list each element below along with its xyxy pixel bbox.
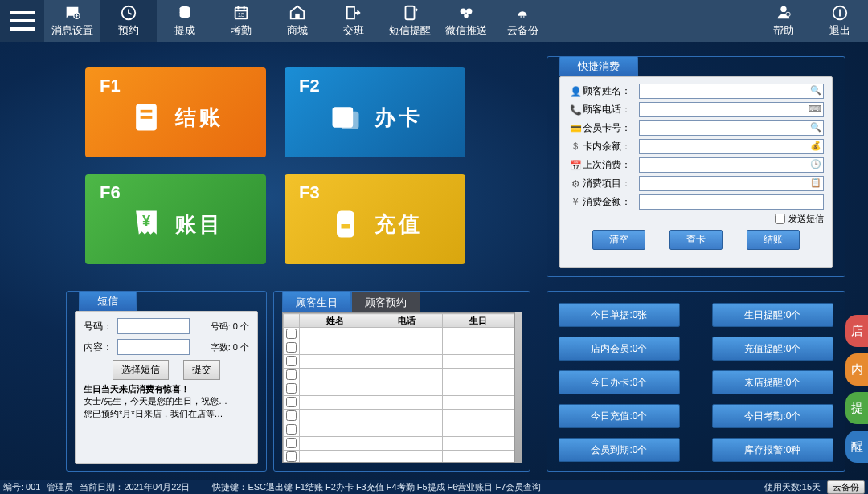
svg-rect-15 <box>140 110 152 113</box>
top-right-0[interactable]: 帮助 <box>755 0 812 42</box>
row-check[interactable] <box>286 410 297 421</box>
tile-checkout[interactable]: F1 结账 <box>85 67 266 157</box>
send-sms-checkbox[interactable] <box>775 214 785 224</box>
table-row[interactable] <box>284 437 514 451</box>
content-input[interactable] <box>117 339 190 355</box>
stat-btn-6[interactable]: 今日充值:0个 <box>559 404 680 428</box>
stat-btn-8[interactable]: 会员到期:0个 <box>559 438 680 462</box>
row-check[interactable] <box>286 438 297 448</box>
side-tab-0[interactable]: 店 <box>845 315 868 347</box>
svg-rect-6 <box>347 7 354 19</box>
stat-btn-4[interactable]: 今日办卡:0个 <box>559 370 680 394</box>
fkey-label: F6 <box>100 182 252 203</box>
tile-label: 充值 <box>375 210 423 239</box>
stat-btn-7[interactable]: 今日考勤:0个 <box>712 404 833 428</box>
field-input-6[interactable] <box>639 194 824 210</box>
quick-row-6: ￥消费金额： <box>568 194 824 210</box>
row-check[interactable] <box>286 397 297 407</box>
col-header: 姓名 <box>300 314 371 328</box>
tile-newcard[interactable]: F2 办卡 <box>285 67 465 157</box>
table-row[interactable] <box>284 451 514 463</box>
sms-tpl-1: 生日当天来店消费有惊喜！ <box>84 384 190 394</box>
tab-birthday[interactable]: 顾客生日 <box>282 292 351 313</box>
status-bar: 编号: 001 管理员 当前日期：2021年04月22日 快捷键：ESC退出键 … <box>0 480 868 494</box>
field-input-1[interactable] <box>639 102 824 117</box>
table-row[interactable] <box>284 396 514 410</box>
top-item-8[interactable]: 云备份 <box>494 0 551 42</box>
side-tab-1[interactable]: 内 <box>845 353 868 386</box>
row-check[interactable] <box>286 451 297 462</box>
col-header: 生日 <box>443 314 514 328</box>
suffix-icon[interactable]: 🔍 <box>810 85 821 96</box>
field-input-5[interactable] <box>639 176 824 191</box>
top-item-1[interactable]: 预约 <box>100 0 157 42</box>
top-item-6[interactable]: 短信提醒 <box>382 0 438 42</box>
table-row[interactable] <box>284 423 514 437</box>
table-panel: 顾客生日 顾客预约 姓名电话生日 <box>273 291 530 472</box>
recharge-icon <box>328 206 363 242</box>
tile-ledger[interactable]: F6 ¥ 账目 <box>85 174 266 264</box>
table-row[interactable] <box>284 355 514 369</box>
stat-btn-5[interactable]: 来店提醒:0个 <box>712 370 833 394</box>
top-item-4[interactable]: 商城 <box>269 0 326 42</box>
receipt-icon <box>129 100 164 135</box>
suffix-icon[interactable]: 🔍 <box>810 122 821 133</box>
suffix-icon[interactable]: ⌨ <box>809 104 821 114</box>
row-check[interactable] <box>286 383 297 394</box>
table-row[interactable] <box>284 382 514 396</box>
quick-row-1: 📞顾客电话：⌨ <box>568 102 824 117</box>
row-check[interactable] <box>286 356 297 366</box>
check-button[interactable]: 查卡 <box>669 230 723 250</box>
settle-button[interactable]: 结账 <box>747 230 800 250</box>
number-input[interactable] <box>117 318 190 334</box>
quick-row-0: 👤顾客姓名：🔍 <box>568 84 824 99</box>
table-row[interactable] <box>284 341 514 355</box>
row-check[interactable] <box>286 424 297 435</box>
side-tab-2[interactable]: 提 <box>845 392 868 424</box>
select-sms-button[interactable]: 选择短信 <box>113 360 169 380</box>
submit-sms-button[interactable]: 提交 <box>183 360 220 380</box>
stat-btn-0[interactable]: 今日单据:0张 <box>559 303 680 327</box>
stat-btn-9[interactable]: 库存报警:0种 <box>712 438 833 462</box>
top-item-5[interactable]: 交班 <box>326 0 382 42</box>
field-label: 顾客姓名： <box>583 84 639 98</box>
tile-label: 账目 <box>175 210 223 239</box>
clear-button[interactable]: 清空 <box>592 230 645 250</box>
field-label: 上次消费： <box>583 158 639 172</box>
top-item-0[interactable]: 消息设置 <box>44 0 100 42</box>
field-icon: ⚙ <box>568 178 583 190</box>
field-input-0[interactable] <box>639 84 824 99</box>
side-tab-3[interactable]: 醒 <box>845 431 868 463</box>
svg-point-11 <box>780 6 786 12</box>
quick-row-5: ⚙消费项目：📋 <box>568 176 824 191</box>
top-item-3[interactable]: 15考勤 <box>213 0 269 42</box>
top-item-7[interactable]: 微信推送 <box>438 0 494 42</box>
field-input-2[interactable] <box>639 120 824 136</box>
top-item-2[interactable]: 提成 <box>157 0 213 42</box>
table-row[interactable] <box>284 328 514 341</box>
row-check[interactable] <box>286 329 297 339</box>
tab-reservation[interactable]: 顾客预约 <box>351 292 420 313</box>
row-check[interactable] <box>286 369 297 380</box>
menu-hamburger[interactable] <box>0 0 44 42</box>
svg-point-10 <box>464 14 469 18</box>
suffix-icon[interactable]: 📋 <box>810 178 821 188</box>
quick-title: 快捷消费 <box>559 56 638 76</box>
suffix-icon[interactable]: 💰 <box>810 141 821 151</box>
field-input-4[interactable] <box>639 157 824 173</box>
stat-btn-1[interactable]: 生日提醒:0个 <box>712 303 833 327</box>
stat-btn-2[interactable]: 店内会员:0个 <box>559 337 680 361</box>
word-count: 字数: 0 个 <box>211 341 249 353</box>
table-row[interactable] <box>284 410 514 423</box>
stat-btn-3[interactable]: 充值提醒:0个 <box>712 337 833 361</box>
table-row[interactable] <box>284 369 514 382</box>
field-input-3[interactable] <box>639 139 824 154</box>
suffix-icon[interactable]: 🕒 <box>810 159 821 169</box>
scrollbar[interactable] <box>515 312 522 463</box>
field-icon: 📅 <box>568 160 583 171</box>
row-check[interactable] <box>286 342 297 353</box>
top-right-1[interactable]: 退出 <box>812 0 868 42</box>
card-icon <box>328 100 363 135</box>
cloud-backup-button[interactable]: 云备份 <box>827 480 865 494</box>
tile-recharge[interactable]: F3 充值 <box>285 174 465 264</box>
